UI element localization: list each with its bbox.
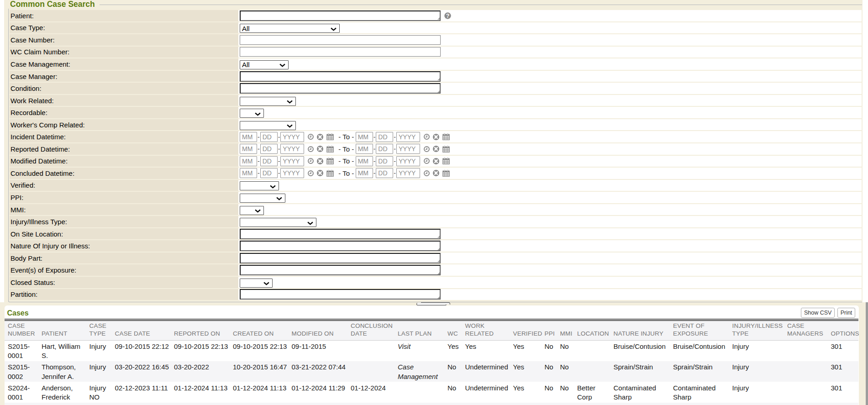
- svg-text:?: ?: [446, 13, 450, 19]
